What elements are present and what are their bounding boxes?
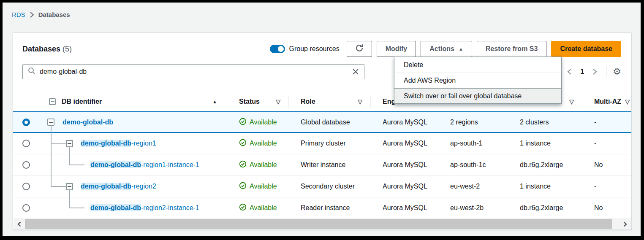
size-cell: db.r6g.2xlarge bbox=[508, 161, 582, 169]
table-row[interactable]: demo-global-db-region1-instance-1 Availa… bbox=[13, 154, 631, 176]
region-cell: ap-south-1 bbox=[438, 140, 508, 147]
breadcrumb: RDS Databases bbox=[12, 11, 70, 18]
search-input[interactable]: demo-global-db bbox=[22, 64, 364, 79]
status-cell: Available bbox=[227, 203, 289, 213]
refresh-button[interactable] bbox=[347, 41, 372, 57]
multi-az-cell: - bbox=[582, 119, 631, 126]
multi-az-filter-icon[interactable]: ▽ bbox=[625, 98, 630, 105]
status-text: Available bbox=[250, 119, 277, 126]
db-identifier-link[interactable]: demo-global-db-region1-instance-1 bbox=[90, 161, 199, 169]
size-cell: 1 instance bbox=[508, 183, 582, 190]
scrollbar-track[interactable] bbox=[612, 219, 620, 229]
multi-az-cell: - bbox=[582, 183, 631, 190]
status-text: Available bbox=[250, 183, 277, 190]
multi-az-cell: - bbox=[582, 140, 631, 147]
row-radio[interactable] bbox=[22, 161, 30, 169]
multi-az-cell: No bbox=[582, 161, 631, 169]
status-text: Available bbox=[250, 140, 277, 147]
role-cell: Primary cluster bbox=[289, 140, 371, 147]
sort-ascending-icon[interactable]: ▲ bbox=[212, 99, 217, 104]
horizontal-scrollbar[interactable] bbox=[14, 219, 631, 229]
available-check-icon bbox=[239, 182, 247, 191]
create-database-button[interactable]: Create database bbox=[551, 41, 621, 57]
engine-cell: Aurora MySQL bbox=[371, 119, 438, 126]
header-role-label: Role bbox=[301, 98, 315, 105]
size-cell: 2 clusters bbox=[508, 119, 582, 126]
toolbar: Group resources Modify Actions ▲ Restore… bbox=[270, 41, 622, 57]
header-role[interactable]: Role ▽ bbox=[289, 95, 371, 108]
status-cell: Available bbox=[227, 160, 289, 170]
size-filter-icon[interactable]: ▽ bbox=[569, 98, 574, 105]
page-number[interactable]: 1 bbox=[577, 66, 587, 77]
collapse-all-checkbox-icon[interactable] bbox=[49, 98, 56, 105]
search-value: demo-global-db bbox=[40, 68, 348, 76]
table-row[interactable]: demo-global-db Available Global database… bbox=[13, 111, 631, 133]
search-icon bbox=[28, 67, 35, 76]
collapse-row-icon[interactable] bbox=[66, 183, 73, 190]
breadcrumb-rds-link[interactable]: RDS bbox=[12, 11, 25, 18]
available-check-icon bbox=[239, 118, 247, 127]
breadcrumb-chevron-icon bbox=[30, 12, 34, 18]
region-cell: 2 regions bbox=[438, 119, 508, 126]
db-identifier-link[interactable]: demo-global-db-region1 bbox=[81, 140, 156, 147]
scrollbar-thumb[interactable] bbox=[25, 219, 612, 229]
scroll-right-icon[interactable] bbox=[620, 219, 631, 229]
rds-console-screen: RDS Databases Databases (5) Group resour… bbox=[0, 0, 644, 240]
menu-item-switch-over-or-fail-over[interactable]: Switch over or fail over global database bbox=[394, 88, 562, 104]
databases-table: DB identifier ▲ Status ▽ Role ▽ Engine bbox=[13, 92, 631, 219]
next-page-button[interactable] bbox=[589, 67, 601, 77]
settings-gear-icon[interactable]: ⚙ bbox=[613, 67, 621, 76]
available-check-icon bbox=[239, 203, 247, 213]
panel-header: Databases (5) Group resources Modify Act… bbox=[13, 33, 631, 57]
collapse-row-icon[interactable] bbox=[47, 119, 54, 126]
menu-item-delete[interactable]: Delete bbox=[394, 57, 561, 73]
size-cell: db.r6g.2xlarge bbox=[508, 204, 582, 212]
refresh-icon bbox=[355, 43, 364, 54]
row-radio[interactable] bbox=[22, 204, 30, 212]
group-resources-toggle[interactable]: Group resources bbox=[270, 45, 340, 53]
table-row[interactable]: demo-global-db-region2-instance-1 Availa… bbox=[13, 197, 631, 219]
menu-item-add-aws-region[interactable]: Add AWS Region bbox=[394, 73, 561, 88]
header-multi-az-label: Multi-AZ bbox=[594, 98, 621, 105]
table-row[interactable]: demo-global-db-region2 Available Seconda… bbox=[13, 176, 631, 197]
page-title: Databases (5) bbox=[22, 45, 72, 54]
scroll-left-icon[interactable] bbox=[14, 219, 25, 229]
breadcrumb-current: Databases bbox=[38, 11, 70, 18]
role-cell: Writer instance bbox=[289, 161, 371, 169]
header-db-identifier-label: DB identifier bbox=[62, 98, 102, 105]
modify-button[interactable]: Modify bbox=[377, 41, 416, 57]
row-radio[interactable] bbox=[22, 140, 30, 147]
header-multi-az[interactable]: Multi-AZ ▽ bbox=[582, 95, 631, 108]
available-check-icon bbox=[239, 139, 247, 148]
role-filter-icon[interactable]: ▽ bbox=[358, 98, 362, 105]
pagination-divider bbox=[606, 66, 607, 77]
db-identifier-link[interactable]: demo-global-db-region2 bbox=[81, 183, 156, 190]
previous-page-button[interactable] bbox=[564, 67, 575, 77]
actions-button[interactable]: Actions ▲ bbox=[421, 41, 472, 57]
role-cell: Secondary cluster bbox=[289, 183, 371, 190]
status-cell: Available bbox=[227, 139, 289, 148]
caret-up-icon: ▲ bbox=[459, 46, 463, 51]
header-db-identifier[interactable]: DB identifier ▲ bbox=[39, 95, 227, 108]
status-filter-icon[interactable]: ▽ bbox=[276, 98, 280, 105]
db-identifier-link[interactable]: demo-global-db-region2-instance-1 bbox=[90, 204, 199, 212]
status-text: Available bbox=[250, 204, 277, 212]
db-identifier-link[interactable]: demo-global-db bbox=[62, 119, 113, 126]
status-cell: Available bbox=[227, 118, 289, 127]
region-cell: eu-west-2 bbox=[438, 183, 508, 190]
table-body: demo-global-db Available Global database… bbox=[13, 111, 631, 219]
status-text: Available bbox=[250, 161, 277, 169]
row-radio-selected[interactable] bbox=[22, 119, 30, 126]
collapse-row-icon[interactable] bbox=[66, 140, 73, 147]
header-status[interactable]: Status ▽ bbox=[227, 95, 289, 108]
group-resources-label: Group resources bbox=[289, 45, 340, 53]
restore-from-s3-button[interactable]: Restore from S3 bbox=[477, 41, 547, 57]
actions-dropdown-menu: Delete Add AWS Region Switch over or fai… bbox=[394, 57, 562, 104]
toggle-on-icon[interactable] bbox=[270, 45, 285, 53]
table-row[interactable]: demo-global-db-region1 Available Primary… bbox=[13, 133, 631, 154]
size-cell: 1 instance bbox=[508, 140, 582, 147]
row-radio[interactable] bbox=[22, 183, 30, 190]
header-select-column bbox=[13, 95, 39, 108]
engine-cell: Aurora MySQL bbox=[371, 204, 438, 212]
clear-search-icon[interactable] bbox=[352, 68, 359, 75]
